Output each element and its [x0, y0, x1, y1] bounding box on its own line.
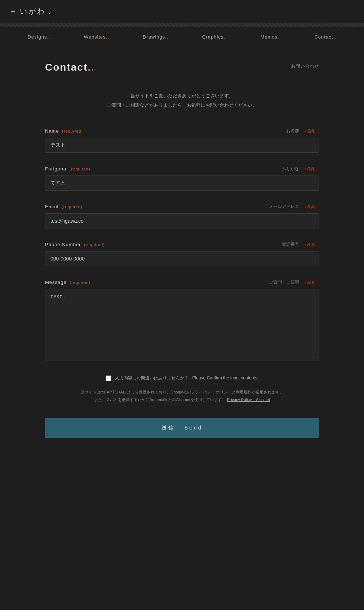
page-title: Contact..	[45, 62, 95, 73]
page-title-block: Contact..	[45, 62, 95, 73]
form-label-email: Email (required)	[45, 204, 83, 209]
submit-button[interactable]: 送信 - Send	[45, 418, 319, 438]
logo-text: いがわ．	[20, 6, 54, 16]
intro-text: 当サイトをご覧いただきありがとうございます。 ご質問・ご相談などがありましたら、…	[45, 91, 319, 110]
form-section-furigana: Furigana (required) ふりがな （必須）	[45, 166, 319, 191]
page-header: Contact.. お問い合わせ	[45, 62, 319, 73]
nav-item-designs[interactable]: Designs..	[27, 34, 50, 40]
recaptcha-line2: また、スパムを低減するためにAutomattic社のAkismetを使用していま…	[45, 396, 319, 404]
nav-item-drawings[interactable]: Drawings..	[143, 34, 168, 40]
nav-item-contact[interactable]: Contact..	[314, 34, 336, 40]
form-label-name: Name (required)	[45, 128, 83, 134]
form-section-name: Name (required) お名前 （必須）	[45, 128, 319, 153]
form-label-row-message: Message (required) ご質問・ご要望 （必須）	[45, 279, 319, 285]
form-label-message-ja: ご質問・ご要望 （必須）	[269, 279, 319, 285]
page-content: Contact.. お問い合わせ 当サイトをご覧いただきありがとうございます。 …	[34, 47, 330, 452]
nav-item-websites[interactable]: Websites..	[84, 34, 109, 40]
recaptcha-notice: 当サイトはreCAPTCHAによって保護されており、Google社のプライバシー…	[45, 388, 319, 404]
contact-form: Name (required) お名前 （必須） Furigana (requi…	[45, 128, 319, 438]
pattern-bar	[0, 23, 364, 27]
intro-line2: ご質問・ご相談などがありましたら、お気軽にお問い合わせください。	[45, 101, 319, 110]
form-section-email: Email (required) メールアドレス （必須）	[45, 204, 319, 228]
confirm-row: 入力内容にお間違いはありませんか？ - Please Confirm the i…	[45, 375, 319, 381]
form-section-message: Message (required) ご質問・ご要望 （必須） test.	[45, 279, 319, 362]
message-textarea[interactable]: test.	[45, 289, 319, 361]
site-header: ≡ いがわ．	[0, 0, 364, 23]
form-label-row-name: Name (required) お名前 （必須）	[45, 128, 319, 134]
privacy-policy-link[interactable]: Privacy Policy – Akismet	[227, 397, 270, 402]
form-label-row-email: Email (required) メールアドレス （必須）	[45, 204, 319, 210]
form-label-message: Message (required)	[45, 280, 90, 285]
logo-icon: ≡	[11, 7, 17, 16]
recaptcha-line1: 当サイトはreCAPTCHAによって保護されており、Google社のプライバシー…	[45, 388, 319, 396]
name-input[interactable]	[45, 138, 319, 153]
form-section-phone: Phone Number (required) 電話番号 （必須）	[45, 241, 319, 266]
form-label-furigana-ja: ふりがな （必須）	[282, 166, 319, 172]
confirm-text: 入力内容にお間違いはありませんか？ - Please Confirm the i…	[115, 375, 258, 381]
form-label-row-furigana: Furigana (required) ふりがな （必須）	[45, 166, 319, 172]
furigana-input[interactable]	[45, 175, 319, 191]
main-nav: Designs.. Websites.. Drawings.. Graphics…	[0, 27, 364, 47]
form-label-row-phone: Phone Number (required) 電話番号 （必須）	[45, 241, 319, 248]
site-logo[interactable]: ≡ いがわ．	[11, 6, 54, 16]
form-label-phone: Phone Number (required)	[45, 242, 105, 247]
email-input[interactable]	[45, 213, 319, 228]
nav-item-memos[interactable]: Memos..	[261, 34, 281, 40]
page-title-ja: お問い合わせ	[291, 63, 319, 70]
form-label-email-ja: メールアドレス （必須）	[269, 204, 319, 210]
intro-line1: 当サイトをご覧いただきありがとうございます。	[45, 91, 319, 101]
form-label-name-ja: お名前 （必須）	[286, 128, 319, 134]
nav-item-graphics[interactable]: Graphics..	[202, 34, 227, 40]
form-label-phone-ja: 電話番号 （必須）	[282, 241, 319, 248]
form-label-furigana: Furigana (required)	[45, 166, 90, 172]
confirm-checkbox[interactable]	[106, 375, 111, 381]
phone-input[interactable]	[45, 251, 319, 266]
